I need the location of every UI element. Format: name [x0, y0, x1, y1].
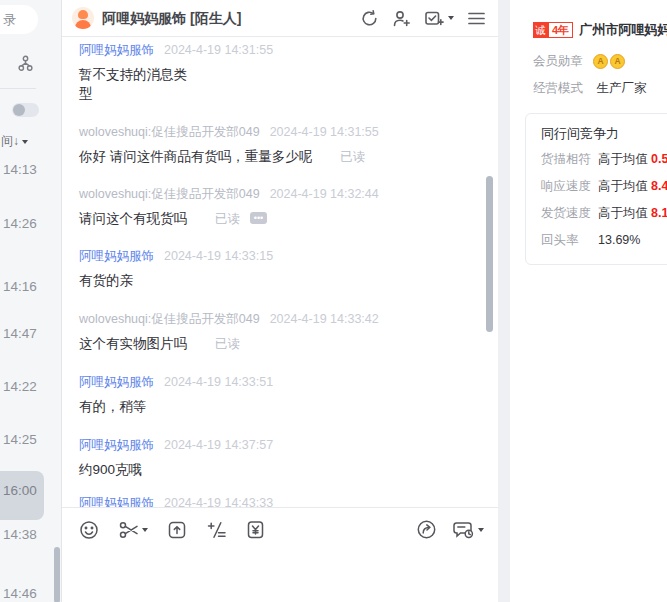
chat-message: 阿哩妈妈服饰2024-4-19 14:37:57 约900克哦 — [79, 437, 474, 479]
medal-icons: A A — [593, 54, 625, 69]
status-toggle[interactable] — [12, 103, 39, 117]
contact-name: 阿哩妈妈服饰 — [102, 10, 186, 26]
message-text: 请问这个有现货吗 — [79, 211, 187, 226]
message-list[interactable]: 阿哩妈妈服饰2024-4-19 14:31:55 暂不支持的消息类 型 wolo… — [62, 37, 498, 507]
chat-history-icon[interactable] — [452, 519, 484, 540]
conversation-time[interactable]: 14:16 — [3, 279, 37, 294]
message-text: 这个有实物图片吗 — [79, 336, 187, 351]
message-input-panel[interactable] — [62, 507, 498, 602]
mode-label: 经营模式 — [533, 81, 583, 95]
business-mode-row: 经营模式 生产厂家 — [533, 80, 646, 97]
chat-message: 阿哩妈妈服饰2024-4-19 14:33:51 有的，稍等 — [79, 374, 474, 416]
message-sender[interactable]: 阿哩妈妈服饰 — [79, 43, 154, 57]
message-text: 约900克哦 — [79, 462, 142, 477]
org-chart-icon[interactable] — [18, 55, 33, 72]
conversation-time-selected[interactable]: 16:00 — [3, 483, 37, 498]
search-input[interactable]: 录 — [0, 5, 38, 34]
stat-row: 回头率13.69% — [541, 232, 640, 249]
chevron-down-icon — [22, 140, 28, 144]
chat-message: woloveshuqi:促佳搜品开发部0492024-4-19 14:32:44… — [79, 186, 474, 229]
conversation-time[interactable]: 14:25 — [3, 432, 37, 447]
sort-dropdown[interactable]: 间↓ — [1, 133, 28, 150]
message-sender[interactable]: 阿哩妈妈服饰 — [79, 249, 154, 263]
wangwang-avatar[interactable] — [72, 7, 94, 29]
message-sender[interactable]: woloveshuqi:促佳搜品开发部049 — [79, 125, 260, 139]
conversation-time[interactable]: 14:26 — [3, 216, 37, 231]
message-time: 2024-4-19 14:37:57 — [164, 438, 273, 452]
read-status: 已读 — [215, 337, 240, 351]
message-time: 2024-4-19 14:32:44 — [270, 187, 379, 201]
chat-message-clipped: 阿哩妈妈服饰2024-4-19 14:43:33 — [79, 495, 474, 507]
stat-row: 发货速度高于均值8.1 — [541, 205, 667, 222]
menu-icon[interactable] — [467, 11, 486, 26]
message-sender[interactable]: woloveshuqi:促佳搜品开发部049 — [79, 312, 260, 326]
stat-value-red: 8.4 — [651, 179, 667, 193]
seller-info-panel: 诚 4年 广州市阿哩妈妈 会员勋章 A A 经营模式 生产厂家 同行间竞争力 货… — [510, 0, 667, 602]
payment-yuan-icon[interactable] — [246, 519, 265, 540]
refresh-history-icon[interactable] — [360, 9, 379, 28]
stat-value-red: 0.5 — [651, 152, 667, 166]
chat-message: woloveshuqi:促佳搜品开发部0492024-4-19 14:33:42… — [79, 311, 474, 354]
message-sender[interactable]: 阿哩妈妈服饰 — [79, 375, 154, 389]
toggle-knob — [13, 104, 25, 116]
emoji-icon[interactable] — [79, 520, 99, 540]
chat-message: 阿哩妈妈服饰2024-4-19 14:31:55 暂不支持的消息类 型 — [79, 42, 474, 103]
chat-message: woloveshuqi:促佳搜品开发部0492024-4-19 14:31:55… — [79, 124, 474, 167]
sidebar-divider — [0, 88, 36, 89]
message-time: 2024-4-19 14:33:15 — [164, 249, 273, 263]
chengxintong-badge: 诚 — [533, 22, 548, 38]
competitiveness-title: 同行间竞争力 — [541, 125, 619, 143]
stat-value: 13.69% — [598, 233, 640, 247]
modify-price-icon[interactable] — [206, 520, 227, 540]
more-options-icon[interactable] — [250, 212, 267, 224]
chat-scrollbar[interactable] — [486, 176, 493, 332]
chat-message: 阿哩妈妈服饰2024-4-19 14:33:15 有货的亲 — [79, 248, 474, 290]
conversation-time[interactable]: 14:47 — [3, 326, 37, 341]
message-time: 2024-4-19 14:31:55 — [270, 125, 379, 139]
competitiveness-card: 同行间竞争力 货描相符高于均值0.5 响应速度高于均值8.4 发货速度高于均值8… — [525, 113, 667, 265]
conversation-time[interactable]: 14:22 — [3, 379, 37, 394]
message-time: 2024-4-19 14:33:51 — [164, 375, 273, 389]
conversation-time[interactable]: 14:38 — [3, 527, 37, 542]
chat-header: 阿哩妈妈服饰[陌生人] — [62, 0, 498, 37]
stranger-tag: [陌生人] — [190, 10, 241, 26]
company-name[interactable]: 广州市阿哩妈妈 — [579, 21, 667, 39]
message-sender[interactable]: woloveshuqi:促佳搜品开发部049 — [79, 187, 260, 201]
chevron-down-icon — [478, 528, 484, 532]
stat-value-red: 8.1 — [651, 206, 667, 220]
conversation-sidebar: 录 间↓ 14:13 14:26 14:16 14:47 14:22 14:25… — [0, 0, 62, 602]
message-sender[interactable]: 阿哩妈妈服饰 — [79, 438, 154, 452]
gold-medal-icon: A — [593, 54, 608, 69]
screenshot-scissors-icon[interactable] — [118, 520, 148, 540]
sidebar-scrollbar[interactable] — [54, 547, 60, 602]
message-text: 有货的亲 — [79, 273, 133, 288]
message-text: 有的，稍等 — [79, 399, 147, 414]
member-medal-row: 会员勋章 A A — [533, 53, 625, 70]
message-time: 2024-4-19 14:31:55 — [164, 43, 273, 57]
message-time: 2024-4-19 14:43:33 — [164, 496, 273, 507]
stat-row: 货描相符高于均值0.5 — [541, 151, 667, 168]
conversation-time[interactable]: 14:46 — [3, 586, 37, 601]
read-status: 已读 — [340, 150, 365, 164]
gold-medal-icon: A — [610, 54, 625, 69]
chat-window: 阿哩妈妈服饰[陌生人] — [62, 0, 498, 602]
add-contact-icon[interactable] — [392, 9, 411, 28]
chevron-down-icon — [448, 16, 454, 20]
input-toolbar — [62, 508, 498, 540]
sort-label: 间↓ — [1, 133, 19, 150]
message-sender[interactable]: 阿哩妈妈服饰 — [79, 496, 154, 507]
search-partial-text: 录 — [0, 5, 38, 34]
send-file-icon[interactable] — [167, 520, 187, 540]
message-text: 暂不支持的消息类 型 — [79, 67, 187, 101]
seller-identity: 诚 4年 广州市阿哩妈妈 — [533, 21, 667, 39]
chevron-down-icon — [142, 528, 148, 532]
mode-value: 生产厂家 — [596, 81, 646, 95]
years-badge: 4年 — [548, 22, 573, 38]
conversation-time[interactable]: 14:13 — [3, 162, 37, 177]
stat-row: 响应速度高于均值8.4 — [541, 178, 667, 195]
read-status: 已读 — [215, 212, 240, 226]
create-task-icon[interactable] — [424, 9, 454, 28]
panel-gap — [498, 0, 510, 602]
message-text: 你好 请问这件商品有货吗，重量多少呢 — [79, 149, 312, 164]
transfer-forward-icon[interactable] — [416, 519, 437, 540]
